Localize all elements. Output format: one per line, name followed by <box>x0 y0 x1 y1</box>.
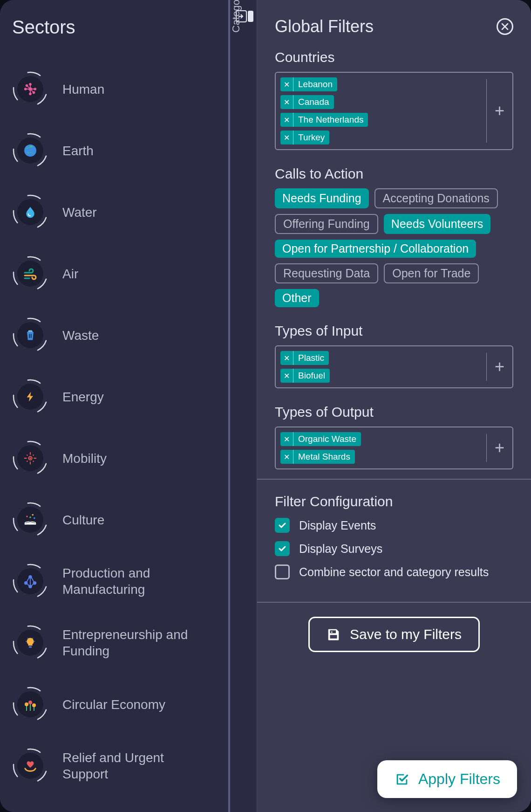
svg-point-15 <box>14 380 47 413</box>
save-label: Save to my Filters <box>350 626 462 642</box>
apply-filters-button[interactable]: Apply Filters <box>377 760 517 798</box>
remove-tag-icon[interactable]: ✕ <box>280 369 293 383</box>
sector-ring <box>12 255 48 292</box>
sector-ring <box>12 625 48 661</box>
svg-point-12 <box>14 318 47 352</box>
sectors-panel: Sectors Human Earth Water Air <box>0 0 228 812</box>
sector-item[interactable]: Production and Manufacturing <box>9 551 219 612</box>
cta-pill[interactable]: Needs Funding <box>275 188 369 208</box>
save-icon <box>327 627 340 641</box>
filters-panel: Global Filters Countries ✕ Lebanon✕ Cana… <box>257 0 531 812</box>
add-output-button[interactable]: + <box>486 434 512 462</box>
pill-label: Offering Funding <box>283 217 370 231</box>
remove-tag-icon[interactable]: ✕ <box>280 95 293 109</box>
sector-item[interactable]: Energy <box>9 366 219 427</box>
check-row[interactable]: Combine sector and category results <box>275 564 513 579</box>
remove-tag-icon[interactable]: ✕ <box>280 77 293 91</box>
add-country-button[interactable]: + <box>486 79 512 143</box>
checkbox[interactable] <box>275 564 290 579</box>
tag-label: Turkey <box>293 131 329 145</box>
input-tag-box: ✕ Plastic✕ Biofuel + <box>275 345 513 388</box>
countries-tag-box: ✕ Lebanon✕ Canada✕ The Netherlands✕ Turk… <box>275 72 513 150</box>
remove-tag-icon[interactable]: ✕ <box>280 351 293 365</box>
sector-item[interactable]: Relief and Urgent Support <box>9 735 219 797</box>
svg-point-10 <box>14 195 47 229</box>
sector-ring <box>12 502 48 538</box>
pill-label: Accepting Donations <box>383 192 490 205</box>
cta-pill[interactable]: Needs Volunteers <box>384 214 490 234</box>
input-heading: Types of Input <box>275 323 513 339</box>
sector-ring <box>12 440 48 476</box>
check-label: Display Events <box>299 519 376 532</box>
sector-item[interactable]: Entrepreneurship and Funding <box>9 612 219 674</box>
cta-pill[interactable]: Offering Funding <box>275 214 378 234</box>
pill-label: Needs Funding <box>282 192 361 205</box>
check-row[interactable]: Display Surveys <box>275 541 513 556</box>
sector-ring <box>12 132 48 169</box>
sector-item[interactable]: Earth <box>9 120 219 181</box>
sector-label: Waste <box>62 327 99 344</box>
output-tags: ✕ Organic Waste✕ Metal Shards <box>276 427 486 468</box>
tag-label: The Netherlands <box>293 113 368 127</box>
remove-tag-icon[interactable]: ✕ <box>280 113 293 127</box>
checkbox[interactable] <box>275 518 290 533</box>
remove-tag-icon[interactable]: ✕ <box>280 131 293 145</box>
remove-tag-icon[interactable]: ✕ <box>280 450 293 464</box>
check-label: Display Surveys <box>299 542 382 556</box>
filters-scroll: Global Filters Countries ✕ Lebanon✕ Cana… <box>257 0 531 812</box>
sector-label: Culture <box>62 512 104 528</box>
pill-label: Needs Volunteers <box>391 217 483 231</box>
tag-chip[interactable]: ✕ Canada <box>280 95 334 109</box>
cta-pill[interactable]: Open for Partnership / Collaboration <box>275 240 476 258</box>
sector-item[interactable]: Air <box>9 243 219 304</box>
sector-item[interactable]: Human <box>9 58 219 120</box>
sector-item[interactable]: Water <box>9 181 219 243</box>
sector-label: Circular Economy <box>62 696 165 713</box>
cta-pill[interactable]: Accepting Donations <box>374 188 498 208</box>
sector-item[interactable]: Waste <box>9 304 219 366</box>
remove-tag-icon[interactable]: ✕ <box>280 432 293 446</box>
filters-title: Global Filters <box>275 17 374 36</box>
sector-item[interactable]: Mobility <box>9 427 219 489</box>
cta-pill[interactable]: Requesting Data <box>275 263 378 283</box>
sector-item[interactable]: Culture <box>9 489 219 551</box>
tag-chip[interactable]: ✕ Turkey <box>280 131 329 145</box>
tag-chip[interactable]: ✕ Organic Waste <box>280 432 361 446</box>
tag-label: Plastic <box>293 351 329 365</box>
config-heading: Filter Configuration <box>275 494 513 509</box>
cta-pill[interactable]: Open for Trade <box>384 263 479 283</box>
svg-point-11 <box>14 257 47 290</box>
cta-pill[interactable]: Other <box>275 289 319 307</box>
save-row: Save to my Filters <box>275 603 513 666</box>
sector-ring <box>12 317 48 353</box>
svg-point-8 <box>14 134 47 167</box>
sector-item[interactable]: Circular Economy <box>9 674 219 735</box>
categories-tab-label[interactable]: Categories <box>230 0 259 44</box>
tag-chip[interactable]: ✕ Lebanon <box>280 77 337 91</box>
sector-ring <box>12 686 48 723</box>
sector-label: Human <box>62 81 104 97</box>
tag-chip[interactable]: ✕ Biofuel <box>280 369 330 383</box>
check-square-icon <box>394 771 410 787</box>
countries-tags: ✕ Lebanon✕ Canada✕ The Netherlands✕ Turk… <box>276 73 486 149</box>
tag-chip[interactable]: ✕ Plastic <box>280 351 329 365</box>
tag-label: Canada <box>293 95 334 109</box>
add-input-button[interactable]: + <box>486 353 512 381</box>
sector-label: Production and Manufacturing <box>62 565 202 598</box>
checkbox[interactable] <box>275 541 290 556</box>
pill-label: Other <box>282 291 312 305</box>
sector-ring <box>12 71 48 107</box>
close-button[interactable] <box>497 18 513 35</box>
tag-label: Biofuel <box>293 369 330 383</box>
sectors-title: Sectors <box>9 17 219 38</box>
apply-label: Apply Filters <box>418 771 500 788</box>
svg-point-35 <box>14 749 47 783</box>
check-row[interactable]: Display Events <box>275 518 513 533</box>
sector-ring <box>12 194 48 230</box>
tag-chip[interactable]: ✕ The Netherlands <box>280 113 368 127</box>
tag-chip[interactable]: ✕ Metal Shards <box>280 450 355 464</box>
app-frame: Sectors Human Earth Water Air <box>0 0 531 812</box>
countries-heading: Countries <box>275 49 513 65</box>
save-to-filters-button[interactable]: Save to my Filters <box>308 617 480 652</box>
svg-point-24 <box>14 564 47 598</box>
